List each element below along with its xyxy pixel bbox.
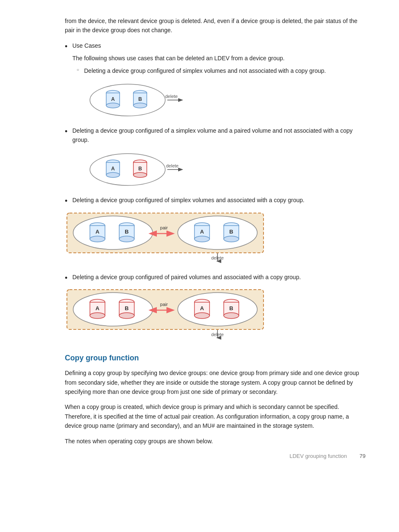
copy-group-paragraph-2: When a copy group is created, which devi… — [65, 402, 366, 430]
svg-point-26 — [90, 236, 105, 242]
svg-point-0 — [90, 84, 165, 116]
svg-point-34 — [178, 216, 257, 249]
svg-text:A: A — [111, 96, 115, 102]
svg-point-11 — [90, 154, 165, 185]
footer-left-text: LDEV grouping function — [289, 453, 347, 459]
svg-text:A: A — [200, 229, 204, 235]
bullet-item-3: • Deleting a device group configured of … — [65, 196, 366, 205]
bullet-dot-1: • — [65, 43, 72, 50]
svg-text:B: B — [229, 305, 233, 311]
bullet-dot-3: • — [65, 197, 72, 205]
svg-text:delete: delete — [165, 94, 178, 99]
svg-text:pair: pair — [160, 225, 168, 230]
page-footer: LDEV grouping function 79 — [289, 453, 366, 459]
svg-point-37 — [194, 236, 210, 242]
svg-point-23 — [73, 216, 153, 249]
svg-text:B: B — [229, 229, 233, 235]
svg-point-7 — [133, 103, 147, 108]
svg-text:A: A — [95, 305, 100, 311]
svg-point-53 — [119, 313, 134, 319]
svg-point-46 — [73, 293, 153, 326]
diagram-4: A B pair A — [65, 288, 366, 342]
use-cases-section: • Use Cases The following shows use case… — [65, 41, 366, 119]
svg-point-41 — [224, 236, 239, 242]
bullet-text-2: Deleting a device group configured of a … — [72, 126, 366, 144]
svg-text:A: A — [200, 305, 204, 311]
svg-text:B: B — [138, 96, 142, 102]
svg-text:A: A — [95, 229, 100, 235]
sub-bullet-dot-1: ○ — [77, 67, 84, 72]
use-cases-desc: The following shows use cases that can b… — [72, 54, 366, 63]
bullet-text-4: Deleting a device group configured of pa… — [72, 273, 301, 282]
svg-text:B: B — [138, 166, 142, 172]
footer-page-number: 79 — [360, 453, 366, 459]
svg-text:A: A — [111, 166, 115, 172]
copy-group-paragraph-3: The notes when operating copy groups are… — [65, 437, 366, 446]
bullet-item-4: • Deleting a device group configured of … — [65, 273, 366, 282]
bullet-item-2: • Deleting a device group configured of … — [65, 126, 366, 144]
svg-point-14 — [106, 172, 120, 177]
page-content: from the device, the relevant device gro… — [0, 0, 399, 468]
sub-bullet-1: ○ Deleting a device group configured of … — [77, 67, 366, 76]
svg-text:B: B — [125, 229, 128, 235]
svg-text:delete: delete — [166, 163, 179, 168]
svg-text:B: B — [125, 305, 128, 311]
use-cases-label: Use Cases — [72, 41, 101, 51]
bullet-dot-2: • — [65, 128, 72, 135]
bullet-dot-4: • — [65, 274, 72, 282]
intro-paragraph: from the device, the relevant device gro… — [65, 17, 366, 35]
diagram-1: A B delete — [86, 81, 366, 119]
svg-text:pair: pair — [160, 302, 168, 307]
svg-point-18 — [133, 172, 147, 177]
diagram-3: A B pair — [65, 211, 366, 265]
bullet-text-3: Deleting a device group configured of si… — [72, 196, 304, 205]
sub-bullet-text-1: Deleting a device group configured of si… — [84, 67, 326, 76]
svg-point-49 — [90, 313, 105, 319]
svg-point-3 — [106, 103, 120, 108]
svg-point-64 — [224, 313, 239, 319]
svg-point-57 — [178, 293, 257, 326]
copy-group-heading: Copy group function — [65, 354, 366, 362]
svg-point-60 — [194, 313, 210, 319]
svg-point-30 — [119, 236, 134, 242]
diagram-2: A B delete — [86, 151, 366, 188]
copy-group-paragraph-1: Defining a copy group by specifying two … — [65, 368, 366, 396]
